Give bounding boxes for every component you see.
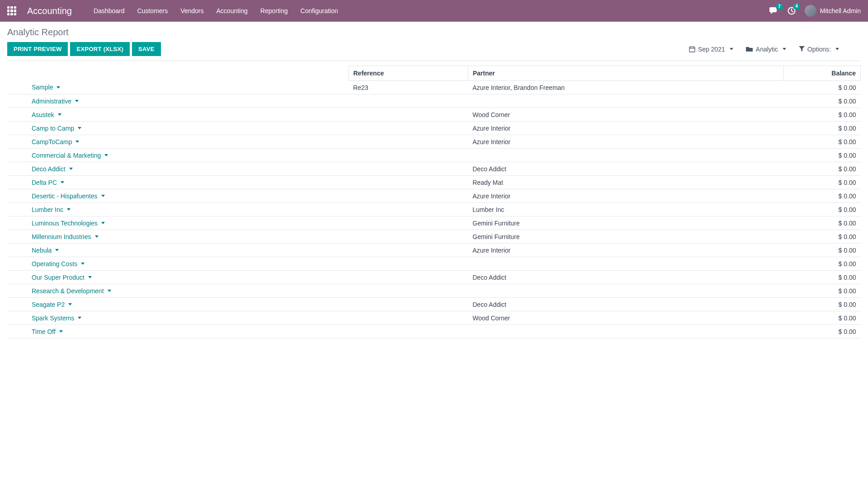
account-name: Research & Development [32, 287, 104, 295]
cell-partner: Gemini Furniture [468, 230, 783, 244]
cell-account: Our Super Product [7, 271, 349, 284]
activities-button[interactable]: 4 [788, 7, 796, 15]
account-link[interactable]: Our Super Product [32, 274, 92, 281]
nav-customers[interactable]: Customers [137, 7, 168, 14]
cell-account: Nebula [7, 244, 349, 257]
account-link[interactable]: Commercial & Marketing [32, 152, 108, 159]
col-reference: Reference [349, 66, 468, 81]
cell-account: CampToCamp [7, 135, 349, 149]
nav-configuration[interactable]: Configuration [301, 7, 338, 14]
options-filter[interactable]: Options: [799, 46, 839, 53]
table-row: NebulaAzure Interior$ 0.00 [7, 244, 861, 257]
table-header-row: Reference Partner Balance [7, 66, 861, 81]
cell-reference [349, 203, 468, 216]
caret-down-icon [730, 48, 733, 50]
nav-accounting[interactable]: Accounting [217, 7, 248, 14]
account-link[interactable]: Administrative [32, 98, 79, 105]
analytic-label: Analytic [756, 46, 778, 53]
export-xlsx-button[interactable]: EXPORT (XLSX) [70, 42, 130, 56]
account-name: Time Off [32, 328, 56, 335]
account-link[interactable]: Seagate P2 [32, 301, 72, 308]
account-link[interactable]: Desertic - Hispafuentes [32, 192, 105, 200]
account-link[interactable]: Delta PC [32, 179, 64, 186]
account-link[interactable]: Research & Development [32, 287, 111, 295]
account-name: Asustek [32, 111, 54, 118]
cell-balance: $ 0.00 [784, 216, 861, 230]
account-name: Nebula [32, 247, 52, 254]
caret-down-icon [75, 100, 79, 102]
period-label: Sep 2021 [698, 46, 725, 53]
account-link[interactable]: Nebula [32, 247, 59, 254]
cell-balance: $ 0.00 [784, 244, 861, 257]
cell-partner: Deco Addict [468, 298, 783, 311]
caret-down-icon [57, 86, 60, 89]
account-link[interactable]: Spark Systems [32, 314, 81, 322]
col-partner: Partner [468, 66, 783, 81]
cell-account: Administrative [7, 94, 349, 108]
messages-badge: 7 [776, 4, 783, 10]
account-link[interactable]: Lumber Inc [32, 206, 71, 213]
account-link[interactable]: Camp to Camp [32, 125, 81, 132]
cell-balance: $ 0.00 [784, 94, 861, 108]
account-name: Delta PC [32, 179, 57, 186]
subheader: Analytic Report PRINT PREVIEW EXPORT (XL… [0, 22, 868, 61]
apps-icon[interactable] [7, 6, 16, 15]
avatar [805, 5, 816, 17]
account-link[interactable]: Asustek [32, 111, 61, 118]
user-menu[interactable]: Mitchell Admin [805, 5, 861, 17]
account-link[interactable]: Sample [32, 84, 60, 91]
cell-balance: $ 0.00 [784, 257, 861, 271]
cell-reference [349, 149, 468, 162]
app-brand[interactable]: Accounting [27, 6, 72, 16]
cell-balance: $ 0.00 [784, 203, 861, 216]
account-link[interactable]: CampToCamp [32, 138, 79, 145]
caret-down-icon [95, 235, 99, 238]
cell-reference [349, 176, 468, 189]
account-link[interactable]: Deco Addict [32, 165, 73, 173]
cell-account: Desertic - Hispafuentes [7, 189, 349, 203]
cell-partner: Deco Addict [468, 162, 783, 176]
account-link[interactable]: Luminous Technologies [32, 220, 105, 227]
cell-balance: $ 0.00 [784, 230, 861, 244]
cell-balance: $ 0.00 [784, 298, 861, 311]
cell-partner [468, 149, 783, 162]
cell-partner [468, 94, 783, 108]
cell-balance: $ 0.00 [784, 108, 861, 122]
nav-dashboard[interactable]: Dashboard [94, 7, 125, 14]
cell-account: Time Off [7, 325, 349, 338]
cell-partner: Wood Corner [468, 108, 783, 122]
caret-down-icon [67, 208, 71, 211]
table-row: Our Super ProductDeco Addict$ 0.00 [7, 271, 861, 284]
account-link[interactable]: Time Off [32, 328, 63, 335]
cell-account: Luminous Technologies [7, 216, 349, 230]
cell-reference [349, 162, 468, 176]
account-name: Lumber Inc [32, 206, 63, 213]
cell-balance: $ 0.00 [784, 81, 861, 94]
caret-down-icon [59, 330, 63, 333]
print-preview-button[interactable]: PRINT PREVIEW [7, 42, 68, 56]
caret-down-icon [88, 276, 92, 278]
caret-down-icon [783, 48, 786, 50]
nav-reporting[interactable]: Reporting [260, 7, 288, 14]
cell-account: Deco Addict [7, 162, 349, 176]
table-row: CampToCampAzure Interior$ 0.00 [7, 135, 861, 149]
cell-partner: Gemini Furniture [468, 216, 783, 230]
cell-partner: Azure Interior [468, 189, 783, 203]
caret-down-icon [69, 168, 73, 170]
table-row: Camp to CampAzure Interior$ 0.00 [7, 122, 861, 135]
account-link[interactable]: Operating Costs [32, 260, 85, 267]
cell-account: Asustek [7, 108, 349, 122]
save-button[interactable]: SAVE [132, 42, 161, 56]
account-name: Operating Costs [32, 260, 77, 267]
account-name: Commercial & Marketing [32, 152, 101, 159]
account-link[interactable]: Millennium Industries [32, 233, 99, 240]
messages-button[interactable]: 7 [769, 7, 778, 14]
table-row: Lumber IncLumber Inc$ 0.00 [7, 203, 861, 216]
table-row: Time Off$ 0.00 [7, 325, 861, 338]
account-name: Administrative [32, 98, 71, 105]
period-filter[interactable]: Sep 2021 [689, 46, 733, 53]
nav-vendors[interactable]: Vendors [180, 7, 203, 14]
caret-down-icon [75, 141, 79, 143]
analytic-filter[interactable]: Analytic [746, 46, 786, 53]
cell-reference [349, 244, 468, 257]
